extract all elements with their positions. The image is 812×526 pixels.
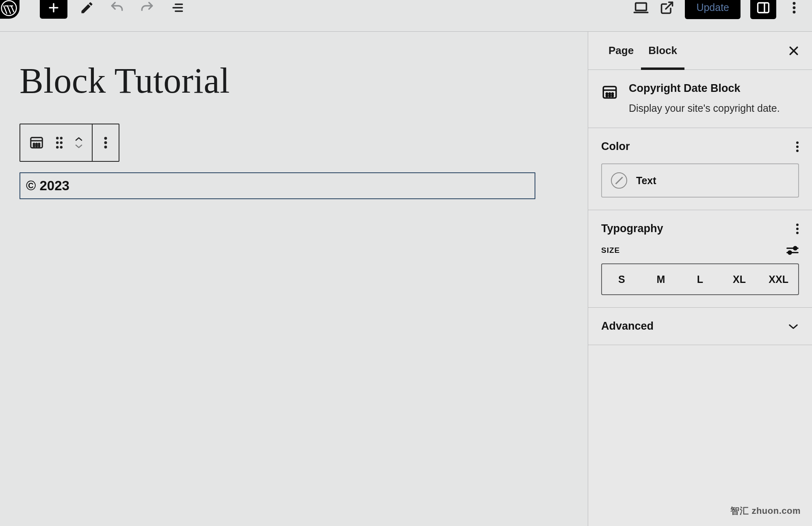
svg-point-44 bbox=[788, 251, 791, 254]
text-color-label: Text bbox=[636, 175, 656, 187]
custom-size-icon[interactable] bbox=[786, 246, 799, 255]
color-panel-title: Color bbox=[601, 140, 630, 153]
svg-point-36 bbox=[796, 146, 799, 148]
svg-point-38 bbox=[796, 224, 799, 226]
svg-point-39 bbox=[796, 228, 799, 230]
more-options-icon[interactable] bbox=[786, 0, 802, 16]
external-link-icon[interactable] bbox=[659, 0, 675, 16]
svg-point-21 bbox=[60, 146, 63, 148]
svg-point-10 bbox=[33, 143, 35, 145]
font-size-m[interactable]: M bbox=[641, 264, 681, 294]
settings-sidebar: Page Block Copyright Date Block Display … bbox=[588, 32, 812, 526]
font-size-xxl[interactable]: XXL bbox=[759, 264, 798, 294]
svg-point-34 bbox=[612, 95, 613, 97]
block-type-icon[interactable] bbox=[25, 131, 48, 154]
svg-point-18 bbox=[56, 141, 58, 144]
drag-handle-icon[interactable] bbox=[51, 131, 67, 154]
close-sidebar-icon[interactable] bbox=[788, 45, 800, 57]
font-size-group: S M L XL XXL bbox=[601, 263, 799, 295]
color-panel-options-icon[interactable] bbox=[796, 141, 799, 153]
advanced-panel-title: Advanced bbox=[601, 320, 654, 333]
svg-point-35 bbox=[796, 141, 799, 144]
advanced-panel-toggle[interactable]: Advanced bbox=[588, 308, 812, 345]
svg-rect-3 bbox=[758, 3, 769, 13]
block-more-icon[interactable] bbox=[97, 131, 114, 154]
redo-icon[interactable] bbox=[136, 0, 158, 18]
view-laptop-icon[interactable] bbox=[633, 0, 649, 16]
svg-point-31 bbox=[612, 93, 613, 95]
watermark: 智汇 zhuon.com bbox=[730, 505, 801, 517]
block-info-panel: Copyright Date Block Display your site's… bbox=[588, 70, 812, 128]
svg-point-29 bbox=[606, 93, 608, 95]
svg-point-15 bbox=[39, 145, 40, 146]
svg-point-6 bbox=[793, 6, 796, 9]
svg-point-7 bbox=[793, 11, 796, 13]
svg-point-19 bbox=[60, 141, 63, 144]
block-info-icon bbox=[601, 84, 618, 101]
size-label: SIZE bbox=[601, 246, 620, 255]
tab-block[interactable]: Block bbox=[641, 32, 684, 70]
page-title[interactable]: Block Tutorial bbox=[19, 60, 568, 101]
typography-panel-options-icon[interactable] bbox=[796, 223, 799, 235]
svg-point-40 bbox=[796, 232, 799, 234]
svg-point-23 bbox=[104, 141, 107, 144]
block-info-title: Copyright Date Block bbox=[629, 82, 780, 95]
svg-point-20 bbox=[56, 146, 58, 148]
font-size-l[interactable]: L bbox=[680, 264, 720, 294]
tab-page[interactable]: Page bbox=[601, 32, 641, 70]
svg-point-17 bbox=[60, 137, 63, 139]
empty-swatch-icon bbox=[611, 172, 627, 189]
sidebar-tabs: Page Block bbox=[588, 32, 812, 70]
editor-canvas: Block Tutorial bbox=[0, 32, 588, 526]
svg-point-24 bbox=[104, 146, 107, 148]
svg-point-22 bbox=[104, 137, 107, 140]
svg-point-16 bbox=[56, 137, 58, 139]
svg-rect-1 bbox=[636, 3, 647, 10]
undo-icon[interactable] bbox=[106, 0, 128, 18]
chevron-down-icon bbox=[788, 323, 799, 330]
block-info-description: Display your site's copyright date. bbox=[629, 101, 780, 115]
svg-point-33 bbox=[609, 95, 611, 97]
svg-point-12 bbox=[39, 143, 40, 145]
font-size-s[interactable]: S bbox=[602, 264, 641, 294]
svg-line-2 bbox=[666, 2, 673, 9]
text-color-button[interactable]: Text bbox=[601, 163, 799, 198]
add-block-button[interactable] bbox=[40, 0, 67, 19]
svg-point-5 bbox=[793, 2, 796, 4]
svg-point-37 bbox=[796, 150, 799, 152]
svg-point-42 bbox=[794, 247, 797, 250]
svg-point-13 bbox=[33, 145, 35, 146]
copyright-date-block[interactable]: © 2023 bbox=[19, 172, 535, 199]
document-outline-icon[interactable] bbox=[167, 0, 188, 18]
edit-mode-icon[interactable] bbox=[76, 0, 97, 18]
svg-point-14 bbox=[36, 145, 37, 146]
typography-panel-title: Typography bbox=[601, 222, 663, 235]
copyright-block-text: © 2023 bbox=[26, 178, 69, 193]
block-toolbar bbox=[19, 124, 119, 162]
move-block-buttons[interactable] bbox=[71, 131, 87, 154]
sidebar-toggle-button[interactable] bbox=[750, 0, 776, 19]
typography-panel: Typography SIZE S M L XL XXL bbox=[588, 210, 812, 308]
svg-point-32 bbox=[606, 95, 608, 97]
wordpress-logo[interactable] bbox=[0, 0, 19, 19]
svg-point-11 bbox=[36, 143, 37, 145]
svg-point-30 bbox=[609, 93, 611, 95]
svg-point-0 bbox=[2, 1, 17, 16]
color-panel: Color Text bbox=[588, 128, 812, 210]
font-size-xl[interactable]: XL bbox=[720, 264, 759, 294]
editor-topbar: Update bbox=[0, 0, 812, 32]
update-button[interactable]: Update bbox=[685, 0, 741, 19]
